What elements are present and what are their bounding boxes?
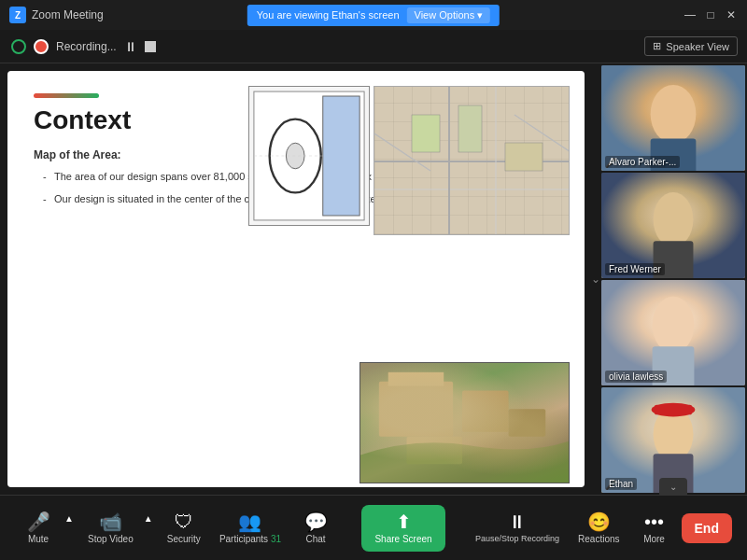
camera-icon: 📹 (99, 512, 122, 531)
toolbar-left-group: 🎤 Mute ▲ 📹 Stop Video ▲ 🛡 Security 👥 Par… (15, 507, 339, 550)
svg-rect-16 (462, 391, 509, 432)
screen-share-banner: You are viewing Ethan's screen View Opti… (247, 5, 500, 26)
title-bar: Z Zoom Meeting You are viewing Ethan's s… (0, 0, 747, 30)
svg-rect-18 (407, 437, 462, 465)
reactions-button[interactable]: 😊 Reactions (571, 507, 627, 550)
main-content: Context Map of the Area: The area of our… (0, 63, 747, 495)
reactions-icon: 😊 (587, 512, 611, 531)
recording-dot-icon (34, 39, 49, 54)
panel-divider (592, 63, 599, 495)
pause-button[interactable]: ⏸ (124, 39, 137, 54)
svg-rect-14 (379, 382, 453, 437)
participants-count-badge: 31 (271, 534, 281, 544)
pause-recording-icon: ⏸ (508, 512, 527, 531)
map-inner (374, 87, 569, 234)
participants-button[interactable]: 👥 Participants 31 (212, 507, 289, 550)
recording-label: Recording... (56, 40, 117, 53)
more-button[interactable]: ••• More (631, 507, 678, 550)
security-label: Security (167, 534, 201, 544)
floor-plan-image (248, 86, 370, 226)
svg-rect-15 (388, 372, 444, 386)
floor-plan-inner (249, 87, 369, 225)
svg-point-20 (651, 85, 697, 144)
pause-recording-button[interactable]: ⏸ Pause/Stop Recording (468, 507, 567, 549)
more-dots-icon: ••• (644, 512, 664, 531)
svg-rect-8 (505, 143, 543, 171)
svg-rect-7 (458, 105, 482, 152)
window-controls: — □ ✕ (684, 8, 738, 21)
end-button[interactable]: End (682, 513, 732, 543)
minimize-button[interactable]: — (684, 8, 697, 21)
svg-rect-17 (509, 409, 546, 437)
panel-collapse-button[interactable]: ⌄ (659, 478, 687, 495)
svg-rect-33 (655, 405, 693, 414)
svg-rect-10 (323, 96, 359, 216)
share-screen-button[interactable]: ⬆ Share Screen (361, 505, 444, 552)
map-roads-svg (374, 87, 569, 234)
participants-icon: 👥 (238, 512, 261, 531)
svg-point-26 (653, 297, 695, 354)
end-label: End (695, 521, 719, 536)
aerial-photo (359, 362, 570, 483)
share-screen-label: Share Screen (374, 534, 431, 544)
mute-caret-button[interactable]: ▲ (62, 510, 77, 547)
app-title: Zoom Meeting (32, 8, 104, 21)
mute-control: 🎤 Mute ▲ (15, 507, 77, 550)
chat-button[interactable]: 💬 Chat (292, 507, 339, 550)
participant-2-name: Fred Werner (605, 263, 665, 275)
stop-button[interactable] (145, 41, 156, 52)
microphone-icon: 🎤 (27, 512, 50, 531)
maximize-button[interactable]: □ (704, 8, 717, 21)
toolbar-center-group: ⬆ Share Screen (361, 505, 444, 552)
chat-label: Chat (305, 534, 325, 544)
security-button[interactable]: 🛡 Security (160, 507, 208, 550)
close-button[interactable]: ✕ (725, 8, 738, 21)
slide-content: Context Map of the Area: The area of our… (7, 71, 585, 487)
speaker-view-button[interactable]: ⊞ Speaker View (644, 36, 738, 56)
app-icon: Z (9, 7, 26, 23)
toolbar-right-group: ⏸ Pause/Stop Recording 😊 Reactions ••• M… (468, 507, 732, 550)
slide-area: Context Map of the Area: The area of our… (7, 71, 585, 487)
participant-tile-2: Fred Werner (601, 173, 745, 278)
participant-tile-3: olivia lawless (601, 280, 745, 385)
grid-icon: ⊞ (653, 40, 661, 52)
top-status-bar: Recording... ⏸ ⊞ Speaker View (0, 30, 747, 63)
banner-text: You are viewing Ethan's screen (257, 9, 400, 21)
slide-accent-line (34, 93, 99, 98)
reactions-label: Reactions (578, 534, 619, 544)
toolbar: 🎤 Mute ▲ 📹 Stop Video ▲ 🛡 Security 👥 Par… (0, 495, 747, 560)
view-options-button[interactable]: View Options ▾ (407, 7, 491, 23)
participant-tile-1: 🎤 Alvaro Parker-... (601, 65, 745, 171)
participant-4-name: Ethan (605, 478, 637, 490)
chat-icon: 💬 (304, 512, 328, 531)
svg-rect-6 (412, 115, 440, 152)
map-image (374, 86, 570, 235)
status-dot-icon (11, 39, 26, 54)
participants-panel: 🎤 Alvaro Parker-... Fred Werner (599, 63, 747, 495)
more-label: More (643, 534, 665, 544)
participant-1-name: Alvaro Parker-... (605, 156, 680, 168)
mute-label: Mute (28, 534, 49, 544)
svg-point-23 (654, 192, 694, 247)
stop-video-label: Stop Video (88, 534, 134, 544)
security-shield-icon: 🛡 (175, 512, 193, 531)
stop-video-button[interactable]: 📹 Stop Video (80, 507, 141, 550)
aerial-buildings-bg (360, 363, 569, 483)
share-screen-icon: ⬆ (396, 512, 412, 531)
video-control: 📹 Stop Video ▲ (80, 507, 156, 550)
aerial-svg (360, 363, 569, 483)
video-caret-button[interactable]: ▲ (141, 510, 156, 547)
floor-plan-svg (249, 87, 369, 225)
pause-recording-label: Pause/Stop Recording (475, 534, 559, 543)
participant-3-name: olivia lawless (605, 371, 667, 383)
participants-label: Participants 31 (219, 534, 281, 544)
mute-button[interactable]: 🎤 Mute (15, 507, 62, 550)
